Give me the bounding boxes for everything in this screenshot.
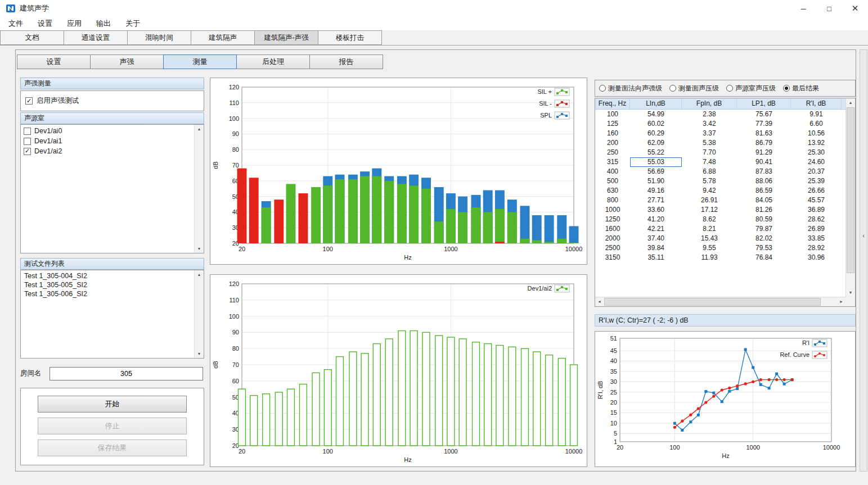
table-cell[interactable]: 100 xyxy=(595,110,630,119)
table-horizontal-scrollbar[interactable]: ◄ ► xyxy=(595,297,845,306)
table-cell[interactable]: 90.41 xyxy=(737,157,791,167)
table-cell[interactable]: 55.03 xyxy=(630,157,682,167)
table-cell[interactable]: 28.62 xyxy=(791,215,842,224)
table-cell[interactable]: 1250 xyxy=(595,215,630,224)
save-results-button[interactable]: 保存结果 xyxy=(38,439,187,456)
channel-checkbox[interactable] xyxy=(24,128,31,135)
table-cell[interactable]: 60.29 xyxy=(630,129,682,138)
table-row[interactable]: 200037.4015.4382.0233.85 xyxy=(595,234,845,243)
channel-checkbox[interactable] xyxy=(24,138,31,145)
table-cell[interactable]: 62.09 xyxy=(630,138,682,148)
sub-tab-4[interactable]: 报告 xyxy=(309,55,383,69)
table-cell[interactable]: 39.84 xyxy=(630,243,682,253)
stop-button[interactable]: 停止 xyxy=(38,418,187,434)
table-row[interactable]: 40056.696.8887.8320.37 xyxy=(595,167,845,176)
table-cell[interactable]: 125 xyxy=(595,119,630,129)
table-cell[interactable]: 36.89 xyxy=(791,205,842,215)
table-cell[interactable]: 84.05 xyxy=(737,196,791,205)
table-cell[interactable]: 6.60 xyxy=(791,119,842,129)
table-cell[interactable]: 400 xyxy=(595,167,630,176)
table-cell[interactable]: 1600 xyxy=(595,224,630,234)
channel-checkbox[interactable]: ✓ xyxy=(24,148,31,155)
table-cell[interactable]: 500 xyxy=(595,176,630,186)
table-cell[interactable]: 1000 xyxy=(595,205,630,215)
table-header-2[interactable]: FpIn, dB xyxy=(682,98,737,109)
sub-tab-2[interactable]: 测量 xyxy=(163,55,237,69)
table-cell[interactable]: 9.42 xyxy=(682,186,737,196)
scroll-left-icon[interactable]: ◄ xyxy=(595,297,604,306)
minimize-button[interactable]: ─ xyxy=(790,0,816,17)
table-row[interactable]: 315035.1111.9376.8430.96 xyxy=(595,253,845,262)
enable-si-checkbox[interactable]: ✓ xyxy=(25,97,33,105)
table-cell[interactable]: 86.79 xyxy=(737,138,791,148)
table-cell[interactable]: 45.57 xyxy=(791,196,842,205)
table-cell[interactable]: 33.85 xyxy=(791,234,842,243)
table-cell[interactable]: 56.69 xyxy=(630,167,682,176)
table-cell[interactable]: 160 xyxy=(595,129,630,138)
table-cell[interactable]: 9.91 xyxy=(791,110,842,119)
table-cell[interactable]: 49.16 xyxy=(630,186,682,196)
maximize-button[interactable]: □ xyxy=(816,0,842,17)
menu-item-0[interactable]: 文件 xyxy=(1,17,30,30)
table-cell[interactable]: 86.59 xyxy=(737,186,791,196)
menu-item-4[interactable]: 关于 xyxy=(118,17,147,30)
table-cell[interactable]: 3150 xyxy=(595,253,630,262)
table-cell[interactable]: 3.42 xyxy=(682,119,737,129)
menu-item-3[interactable]: 输出 xyxy=(89,17,118,30)
main-tab-4[interactable]: 建筑隔声-声强 xyxy=(254,30,318,45)
scroll-up-icon[interactable]: ▲ xyxy=(195,125,204,133)
table-cell[interactable]: 2.38 xyxy=(682,110,737,119)
table-cell[interactable]: 25.39 xyxy=(791,176,842,186)
scroll-down-icon[interactable]: ▼ xyxy=(846,288,855,297)
table-cell[interactable]: 11.93 xyxy=(682,253,737,262)
table-cell[interactable]: 200 xyxy=(595,138,630,148)
sub-tab-3[interactable]: 后处理 xyxy=(236,55,310,69)
table-header-3[interactable]: LP1, dB xyxy=(737,98,791,109)
table-cell[interactable]: 20.37 xyxy=(791,167,842,176)
table-cell[interactable]: 6.88 xyxy=(682,167,737,176)
table-cell[interactable]: 7.70 xyxy=(682,148,737,157)
file-list-scrollbar[interactable]: ▲ ▼ xyxy=(194,270,204,358)
table-cell[interactable]: 26.66 xyxy=(791,186,842,196)
channel-list-scrollbar[interactable]: ▲ ▼ xyxy=(194,125,204,253)
table-cell[interactable]: 81.26 xyxy=(737,205,791,215)
main-tab-5[interactable]: 楼板打击 xyxy=(318,30,382,45)
channel-item-2[interactable]: ✓Dev1/ai2 xyxy=(21,146,194,156)
table-cell[interactable]: 15.43 xyxy=(682,234,737,243)
radio-option-2[interactable]: 声源室声压级 xyxy=(726,84,776,93)
radio-option-3[interactable]: 最后结果 xyxy=(783,84,819,93)
table-row[interactable]: 10054.992.3875.679.91 xyxy=(595,110,845,119)
main-tab-1[interactable]: 通道设置 xyxy=(64,30,128,45)
table-cell[interactable]: 54.99 xyxy=(630,110,682,119)
table-cell[interactable]: 30.96 xyxy=(791,253,842,262)
table-row[interactable]: 80027.7126.9184.0545.57 xyxy=(595,196,845,205)
scroll-up-icon[interactable]: ▲ xyxy=(195,270,204,279)
table-cell[interactable]: 37.40 xyxy=(630,234,682,243)
channel-item-1[interactable]: Dev1/ai1 xyxy=(21,136,194,146)
table-cell[interactable]: 76.84 xyxy=(737,253,791,262)
vscroll-thumb[interactable] xyxy=(847,107,854,273)
table-cell[interactable]: 81.63 xyxy=(737,129,791,138)
table-header-4[interactable]: R'I, dB xyxy=(791,98,842,109)
start-button[interactable]: 开始 xyxy=(38,396,187,413)
scroll-down-icon[interactable]: ▼ xyxy=(195,350,204,358)
table-cell[interactable]: 51.90 xyxy=(630,176,682,186)
table-row[interactable]: 125041.208.6280.5928.62 xyxy=(595,215,845,224)
file-item-1[interactable]: Test 1_305-005_SI2 xyxy=(21,280,194,289)
table-header-0[interactable]: Freq., Hz xyxy=(595,98,630,109)
menu-item-1[interactable]: 设置 xyxy=(30,17,60,30)
room-name-input[interactable] xyxy=(50,367,203,380)
table-cell[interactable]: 13.92 xyxy=(791,138,842,148)
table-cell[interactable]: 60.02 xyxy=(630,119,682,129)
scroll-down-icon[interactable]: ▼ xyxy=(195,244,204,253)
main-tab-2[interactable]: 混响时间 xyxy=(127,30,191,45)
table-cell[interactable]: 9.55 xyxy=(682,243,737,253)
table-cell[interactable]: 77.39 xyxy=(737,119,791,129)
table-cell[interactable]: 88.06 xyxy=(737,176,791,186)
table-cell[interactable]: 250 xyxy=(595,148,630,157)
table-row[interactable]: 20062.095.3886.7913.92 xyxy=(595,138,845,148)
table-row[interactable]: 100033.6017.1281.2636.89 xyxy=(595,205,845,215)
table-cell[interactable]: 27.71 xyxy=(630,196,682,205)
table-cell[interactable]: 91.29 xyxy=(737,148,791,157)
scroll-up-icon[interactable]: ▲ xyxy=(846,98,855,107)
